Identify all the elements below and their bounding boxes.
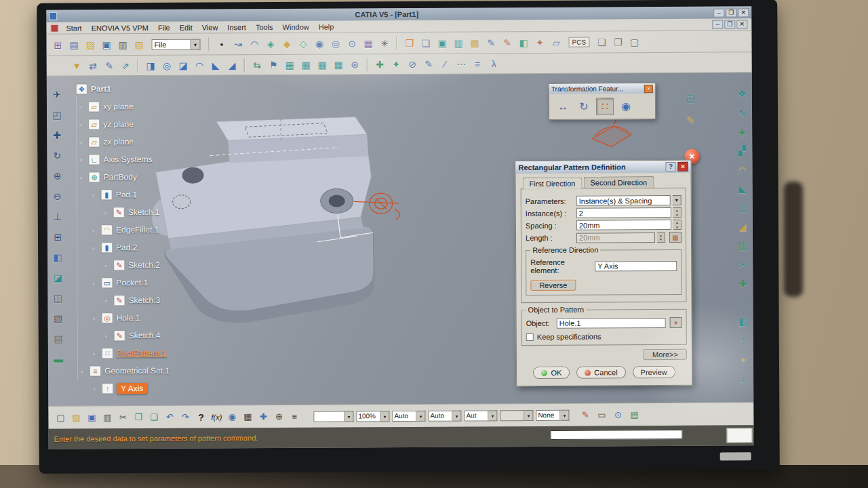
chevron-down-icon[interactable]	[488, 410, 497, 421]
shell-icon[interactable]: ◫	[735, 200, 750, 215]
menu-item[interactable]: Start	[61, 23, 86, 33]
preview-button[interactable]: Preview	[633, 366, 675, 378]
point-icon[interactable]: •	[214, 37, 229, 51]
zoom-in-icon[interactable]: ⊕	[50, 169, 64, 184]
chevron-down-icon[interactable]	[452, 410, 461, 421]
document-window-icon[interactable]: ❏	[418, 36, 433, 50]
hide-show-icon[interactable]: ⊘	[406, 57, 420, 71]
burst-icon[interactable]: ✳	[377, 36, 391, 50]
tree-item-y-axis[interactable]: Y Axis	[68, 380, 170, 398]
toolbar-combo[interactable]	[313, 411, 353, 422]
visualization-icon[interactable]: ◉	[225, 410, 239, 424]
rotation-icon[interactable]: ↻	[575, 98, 593, 115]
tree-item-yz-plane[interactable]: yz plane	[67, 115, 168, 134]
open-document-icon[interactable]: ▨	[83, 37, 97, 52]
chevron-down-icon[interactable]	[191, 39, 200, 49]
pad-tool-icon[interactable]: ◨	[144, 58, 158, 73]
cut-icon[interactable]: ✂	[116, 411, 130, 424]
sweep-surface-icon[interactable]: ◈	[263, 37, 277, 51]
rectangular-pattern-icon[interactable]: ∷	[596, 98, 614, 115]
fit-all-in-icon[interactable]: ◰	[50, 108, 64, 123]
menu-item[interactable]: View	[197, 22, 223, 32]
apply-material-icon[interactable]: ▼	[70, 59, 84, 73]
list-view-icon[interactable]: ≡	[288, 409, 301, 423]
dialog-tab[interactable]: Second Direction	[583, 176, 654, 188]
close-button[interactable]: ✕	[738, 8, 749, 17]
graph-tree-icon[interactable]: ▤	[51, 331, 66, 346]
close-icon[interactable]: ×	[677, 162, 688, 171]
copy-icon[interactable]: ❐	[132, 411, 145, 424]
compass-tool-icon[interactable]: ✦	[532, 35, 547, 49]
settings-gear-icon[interactable]: ⊛	[348, 57, 362, 71]
doc-minimize-button[interactable]: –	[712, 20, 723, 29]
keep-specifications-checkbox[interactable]	[526, 333, 534, 341]
measure-between-icon[interactable]: ⇆	[250, 58, 264, 72]
new-file-icon[interactable]: ▢	[54, 411, 67, 424]
insert-body-icon[interactable]: ✦	[389, 57, 403, 71]
view-iso-icon[interactable]: ▦	[332, 57, 346, 71]
print-document-icon[interactable]: ▥	[115, 37, 130, 52]
hidden-edges-icon[interactable]: ▧	[51, 311, 66, 326]
blend-icon[interactable]: ▞	[734, 143, 749, 158]
ok-button[interactable]: OK	[533, 367, 570, 379]
sketch-tools-icon[interactable]: ✎	[422, 57, 436, 71]
new-document-icon[interactable]: ▤	[66, 38, 81, 52]
parameters-combo[interactable]: Instance(s) & Spacing	[576, 195, 671, 206]
menu-item[interactable]: File	[153, 22, 175, 32]
tree-item-pad2[interactable]: Pad.2	[68, 239, 169, 257]
chevron-down-icon[interactable]	[673, 195, 682, 205]
pencil-icon[interactable]: ✎	[578, 408, 592, 422]
menu-item[interactable]: Window	[278, 22, 314, 31]
part-model[interactable]	[151, 117, 375, 323]
add-material-icon[interactable]: ✚	[373, 57, 387, 71]
menu-item[interactable]: Tools	[251, 22, 278, 32]
toolbar-combo[interactable]: Auto	[392, 410, 425, 421]
annotate-icon[interactable]: ✎	[500, 35, 514, 49]
tile-horizontally-icon[interactable]: ❏	[595, 35, 609, 49]
view-top-icon[interactable]: ▦	[283, 58, 297, 72]
line-tool-icon[interactable]: ∕	[438, 57, 452, 71]
eraser-icon[interactable]: ▭	[595, 408, 608, 422]
search-icon[interactable]: ⊙	[611, 408, 625, 422]
help-icon[interactable]: ?	[665, 162, 675, 171]
tree-item-rectpattern1[interactable]: RectPattern.1	[68, 344, 170, 363]
sweep-icon[interactable]: ❖	[734, 86, 749, 101]
compass[interactable]	[592, 115, 631, 146]
help-icon[interactable]: ?	[194, 410, 208, 424]
doc-close-button[interactable]: ✕	[736, 20, 747, 28]
object-input[interactable]: Hole.1	[557, 318, 666, 329]
iso-view-icon[interactable]: ◧	[50, 250, 65, 265]
doc-restore-button[interactable]: ❐	[724, 20, 735, 28]
open-file-icon[interactable]: ▨	[69, 411, 83, 424]
manual-icon[interactable]: ▤	[627, 408, 641, 422]
close-icon[interactable]: ×	[644, 85, 653, 93]
wireframe-view-icon[interactable]: ◫	[50, 291, 65, 306]
tree-item-geometrical-set1[interactable]: Geometrical Set.1	[68, 362, 170, 380]
minimize-button[interactable]: –	[713, 8, 724, 17]
dialog-tab[interactable]: First Direction	[523, 178, 583, 189]
formula-fx-icon[interactable]: f(x)	[210, 410, 223, 424]
tree-item-pocket1[interactable]: Pocket.1	[68, 274, 169, 292]
axis-origin-icon[interactable]: ⊕	[272, 409, 285, 423]
tree-item-partbody[interactable]: PartBody	[67, 168, 168, 186]
translation-icon[interactable]: ↔	[554, 98, 572, 115]
fly-mode-icon[interactable]: ✈	[50, 87, 64, 102]
pcs-button[interactable]: PCS	[568, 37, 589, 47]
snap-icon[interactable]: ✚	[256, 410, 270, 424]
transformation-toolbar-titlebar[interactable]: Transformation Featur... ×	[549, 83, 655, 94]
select-object-icon[interactable]: ✦	[670, 317, 682, 328]
tree-item-part1[interactable]: Part1	[67, 80, 168, 98]
redo-icon[interactable]: ↷	[178, 410, 192, 424]
plane-tool-icon[interactable]: ▱	[549, 35, 563, 49]
power-input-field[interactable]	[550, 430, 682, 440]
paste-icon[interactable]: ❏	[147, 410, 161, 424]
spacing-stepper[interactable]: ▴▾	[673, 220, 682, 230]
paste-view-icon[interactable]: ▥	[451, 36, 465, 50]
tree-item-axis-systems[interactable]: Axis Systems	[67, 150, 168, 169]
view-mode-icon[interactable]: ◳	[683, 91, 698, 106]
menu-item[interactable]: ENOVIA V5 VPM	[87, 22, 153, 33]
chevron-down-icon[interactable]	[416, 410, 425, 421]
tree-item-sketch1[interactable]: Sketch.1	[68, 203, 169, 222]
ground-icon[interactable]: ▬	[51, 352, 66, 367]
file-combo[interactable]: File	[151, 39, 200, 49]
